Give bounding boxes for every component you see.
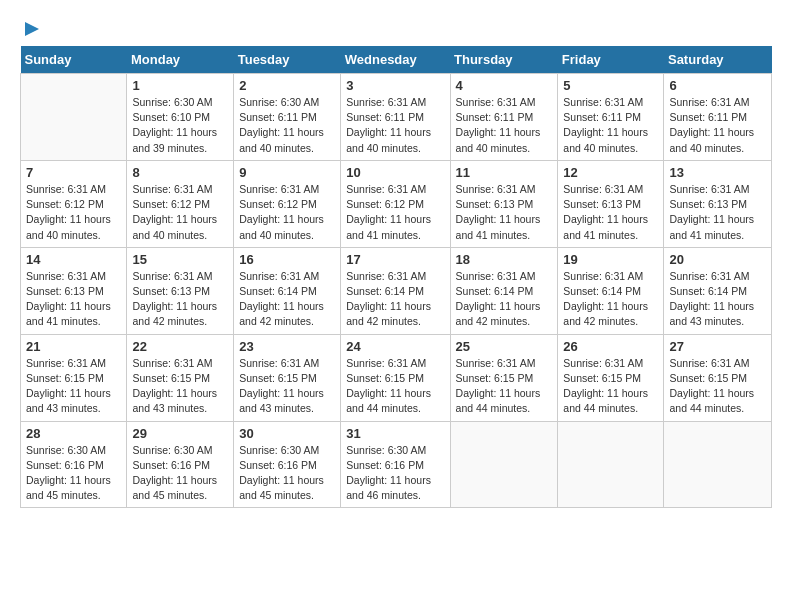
day-number: 21 <box>26 339 121 354</box>
day-number: 31 <box>346 426 444 441</box>
week-row-1: 1Sunrise: 6:30 AM Sunset: 6:10 PM Daylig… <box>21 74 772 161</box>
day-info: Sunrise: 6:31 AM Sunset: 6:15 PM Dayligh… <box>563 356 658 417</box>
calendar-cell: 25Sunrise: 6:31 AM Sunset: 6:15 PM Dayli… <box>450 334 558 421</box>
page-header <box>20 20 772 36</box>
calendar-cell: 15Sunrise: 6:31 AM Sunset: 6:13 PM Dayli… <box>127 247 234 334</box>
day-number: 18 <box>456 252 553 267</box>
calendar-cell: 31Sunrise: 6:30 AM Sunset: 6:16 PM Dayli… <box>341 421 450 508</box>
day-info: Sunrise: 6:31 AM Sunset: 6:15 PM Dayligh… <box>346 356 444 417</box>
logo <box>20 20 43 36</box>
calendar-cell: 10Sunrise: 6:31 AM Sunset: 6:12 PM Dayli… <box>341 160 450 247</box>
day-number: 20 <box>669 252 766 267</box>
day-info: Sunrise: 6:31 AM Sunset: 6:15 PM Dayligh… <box>239 356 335 417</box>
calendar-cell <box>21 74 127 161</box>
week-row-2: 7Sunrise: 6:31 AM Sunset: 6:12 PM Daylig… <box>21 160 772 247</box>
week-row-3: 14Sunrise: 6:31 AM Sunset: 6:13 PM Dayli… <box>21 247 772 334</box>
calendar-cell: 13Sunrise: 6:31 AM Sunset: 6:13 PM Dayli… <box>664 160 772 247</box>
day-number: 9 <box>239 165 335 180</box>
day-number: 1 <box>132 78 228 93</box>
day-number: 13 <box>669 165 766 180</box>
calendar-table: SundayMondayTuesdayWednesdayThursdayFrid… <box>20 46 772 508</box>
calendar-cell: 30Sunrise: 6:30 AM Sunset: 6:16 PM Dayli… <box>234 421 341 508</box>
day-info: Sunrise: 6:31 AM Sunset: 6:14 PM Dayligh… <box>456 269 553 330</box>
calendar-cell <box>558 421 664 508</box>
header-saturday: Saturday <box>664 46 772 74</box>
day-info: Sunrise: 6:30 AM Sunset: 6:11 PM Dayligh… <box>239 95 335 156</box>
day-number: 6 <box>669 78 766 93</box>
day-number: 5 <box>563 78 658 93</box>
calendar-cell: 16Sunrise: 6:31 AM Sunset: 6:14 PM Dayli… <box>234 247 341 334</box>
day-number: 30 <box>239 426 335 441</box>
calendar-cell: 7Sunrise: 6:31 AM Sunset: 6:12 PM Daylig… <box>21 160 127 247</box>
day-info: Sunrise: 6:31 AM Sunset: 6:12 PM Dayligh… <box>346 182 444 243</box>
day-number: 17 <box>346 252 444 267</box>
calendar-header-row: SundayMondayTuesdayWednesdayThursdayFrid… <box>21 46 772 74</box>
calendar-cell <box>450 421 558 508</box>
calendar-cell: 18Sunrise: 6:31 AM Sunset: 6:14 PM Dayli… <box>450 247 558 334</box>
calendar-cell: 8Sunrise: 6:31 AM Sunset: 6:12 PM Daylig… <box>127 160 234 247</box>
day-info: Sunrise: 6:31 AM Sunset: 6:14 PM Dayligh… <box>239 269 335 330</box>
day-info: Sunrise: 6:30 AM Sunset: 6:16 PM Dayligh… <box>346 443 444 504</box>
day-number: 10 <box>346 165 444 180</box>
header-friday: Friday <box>558 46 664 74</box>
calendar-cell: 5Sunrise: 6:31 AM Sunset: 6:11 PM Daylig… <box>558 74 664 161</box>
day-number: 29 <box>132 426 228 441</box>
calendar-cell: 4Sunrise: 6:31 AM Sunset: 6:11 PM Daylig… <box>450 74 558 161</box>
calendar-cell: 26Sunrise: 6:31 AM Sunset: 6:15 PM Dayli… <box>558 334 664 421</box>
day-number: 8 <box>132 165 228 180</box>
calendar-cell: 6Sunrise: 6:31 AM Sunset: 6:11 PM Daylig… <box>664 74 772 161</box>
calendar-cell: 19Sunrise: 6:31 AM Sunset: 6:14 PM Dayli… <box>558 247 664 334</box>
day-number: 22 <box>132 339 228 354</box>
day-number: 12 <box>563 165 658 180</box>
day-info: Sunrise: 6:31 AM Sunset: 6:11 PM Dayligh… <box>669 95 766 156</box>
day-info: Sunrise: 6:31 AM Sunset: 6:15 PM Dayligh… <box>132 356 228 417</box>
calendar-cell: 12Sunrise: 6:31 AM Sunset: 6:13 PM Dayli… <box>558 160 664 247</box>
day-info: Sunrise: 6:31 AM Sunset: 6:15 PM Dayligh… <box>26 356 121 417</box>
day-number: 11 <box>456 165 553 180</box>
calendar-cell: 3Sunrise: 6:31 AM Sunset: 6:11 PM Daylig… <box>341 74 450 161</box>
day-info: Sunrise: 6:31 AM Sunset: 6:11 PM Dayligh… <box>456 95 553 156</box>
day-number: 7 <box>26 165 121 180</box>
calendar-cell: 14Sunrise: 6:31 AM Sunset: 6:13 PM Dayli… <box>21 247 127 334</box>
day-number: 26 <box>563 339 658 354</box>
day-info: Sunrise: 6:31 AM Sunset: 6:14 PM Dayligh… <box>669 269 766 330</box>
calendar-cell: 29Sunrise: 6:30 AM Sunset: 6:16 PM Dayli… <box>127 421 234 508</box>
day-number: 23 <box>239 339 335 354</box>
logo-arrow-icon <box>21 18 43 40</box>
day-number: 4 <box>456 78 553 93</box>
week-row-4: 21Sunrise: 6:31 AM Sunset: 6:15 PM Dayli… <box>21 334 772 421</box>
day-number: 28 <box>26 426 121 441</box>
calendar-cell: 22Sunrise: 6:31 AM Sunset: 6:15 PM Dayli… <box>127 334 234 421</box>
day-number: 2 <box>239 78 335 93</box>
day-info: Sunrise: 6:31 AM Sunset: 6:13 PM Dayligh… <box>563 182 658 243</box>
header-wednesday: Wednesday <box>341 46 450 74</box>
week-row-5: 28Sunrise: 6:30 AM Sunset: 6:16 PM Dayli… <box>21 421 772 508</box>
day-number: 27 <box>669 339 766 354</box>
calendar-cell: 27Sunrise: 6:31 AM Sunset: 6:15 PM Dayli… <box>664 334 772 421</box>
day-info: Sunrise: 6:31 AM Sunset: 6:14 PM Dayligh… <box>346 269 444 330</box>
day-info: Sunrise: 6:31 AM Sunset: 6:14 PM Dayligh… <box>563 269 658 330</box>
calendar-cell: 9Sunrise: 6:31 AM Sunset: 6:12 PM Daylig… <box>234 160 341 247</box>
day-info: Sunrise: 6:31 AM Sunset: 6:11 PM Dayligh… <box>563 95 658 156</box>
calendar-cell: 11Sunrise: 6:31 AM Sunset: 6:13 PM Dayli… <box>450 160 558 247</box>
day-info: Sunrise: 6:31 AM Sunset: 6:15 PM Dayligh… <box>669 356 766 417</box>
calendar-cell: 17Sunrise: 6:31 AM Sunset: 6:14 PM Dayli… <box>341 247 450 334</box>
header-monday: Monday <box>127 46 234 74</box>
day-number: 3 <box>346 78 444 93</box>
day-number: 16 <box>239 252 335 267</box>
header-thursday: Thursday <box>450 46 558 74</box>
day-info: Sunrise: 6:31 AM Sunset: 6:11 PM Dayligh… <box>346 95 444 156</box>
day-info: Sunrise: 6:30 AM Sunset: 6:16 PM Dayligh… <box>239 443 335 504</box>
day-info: Sunrise: 6:31 AM Sunset: 6:15 PM Dayligh… <box>456 356 553 417</box>
calendar-cell: 20Sunrise: 6:31 AM Sunset: 6:14 PM Dayli… <box>664 247 772 334</box>
day-info: Sunrise: 6:30 AM Sunset: 6:16 PM Dayligh… <box>26 443 121 504</box>
day-info: Sunrise: 6:31 AM Sunset: 6:12 PM Dayligh… <box>239 182 335 243</box>
day-info: Sunrise: 6:30 AM Sunset: 6:10 PM Dayligh… <box>132 95 228 156</box>
header-tuesday: Tuesday <box>234 46 341 74</box>
calendar-cell <box>664 421 772 508</box>
calendar-cell: 21Sunrise: 6:31 AM Sunset: 6:15 PM Dayli… <box>21 334 127 421</box>
day-number: 19 <box>563 252 658 267</box>
day-number: 15 <box>132 252 228 267</box>
calendar-cell: 23Sunrise: 6:31 AM Sunset: 6:15 PM Dayli… <box>234 334 341 421</box>
calendar-cell: 1Sunrise: 6:30 AM Sunset: 6:10 PM Daylig… <box>127 74 234 161</box>
